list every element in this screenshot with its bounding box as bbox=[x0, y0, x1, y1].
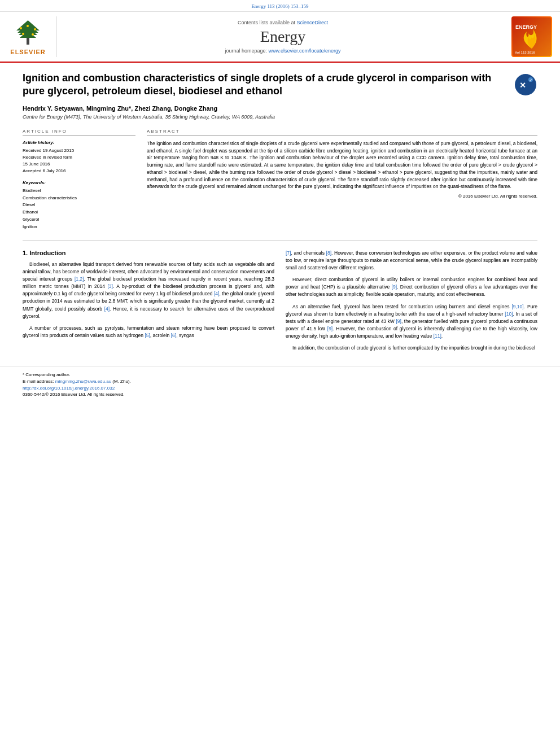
copyright-line: © 2016 Elsevier Ltd. All rights reserved… bbox=[147, 194, 537, 199]
elsevier-logo-container: ELSEVIER bbox=[10, 18, 46, 55]
svg-text:✕: ✕ bbox=[519, 81, 526, 90]
journal-ref-text: Energy 113 (2016) 153–159 bbox=[251, 3, 308, 9]
crossmark-badge: ✕ ✓ bbox=[515, 74, 537, 97]
crossmark-icon: ✕ ✓ bbox=[515, 74, 536, 95]
abstract-header: ABSTRACT bbox=[147, 129, 537, 136]
ref-4b-link[interactable]: [4] bbox=[104, 306, 110, 312]
ref-6-link[interactable]: [6] bbox=[171, 333, 176, 338]
energy-logo-icon: ENERGY Vol 113 2016 bbox=[513, 18, 551, 56]
doi-link[interactable]: http://dx.doi.org/10.1016/j.energy.2016.… bbox=[23, 386, 537, 391]
keyword-combustion: Combustion characteristics bbox=[23, 195, 135, 202]
sciencedirect-link[interactable]: ScienceDirect bbox=[297, 20, 329, 25]
elsevier-logo-section: ELSEVIER bbox=[6, 16, 56, 57]
contents-available-line: Contents lists available at ScienceDirec… bbox=[62, 20, 504, 25]
svg-rect-0 bbox=[27, 38, 29, 45]
paper-title-section: Ignition and combustion characteristics … bbox=[23, 72, 537, 98]
homepage-url[interactable]: www.elsevier.com/locate/energy bbox=[269, 48, 341, 54]
introduction-title: 1. Introduction bbox=[23, 250, 274, 256]
ref-11-link[interactable]: [11] bbox=[434, 333, 441, 339]
svg-point-6 bbox=[34, 28, 36, 30]
elsevier-brand-text: ELSEVIER bbox=[10, 49, 45, 55]
energy-logo-box: ENERGY Vol 113 2016 bbox=[509, 16, 554, 57]
accepted-date: Accepted 6 July 2016 bbox=[23, 168, 135, 174]
footer-section: * Corresponding author. E-mail address: … bbox=[0, 366, 560, 401]
intro-para-right-1: [7], and chemicals [8]. However, these c… bbox=[286, 250, 537, 272]
ref-9-link[interactable]: [9] bbox=[392, 284, 397, 290]
abstract-text: The ignition and combustion characterist… bbox=[147, 140, 537, 190]
homepage-line: journal homepage: www.elsevier.com/locat… bbox=[62, 48, 504, 54]
paper-content: Ignition and combustion characteristics … bbox=[0, 63, 560, 366]
ref-5-link[interactable]: [5] bbox=[145, 333, 150, 338]
ref-9b-link[interactable]: [9] bbox=[396, 318, 401, 324]
article-info-header: ARTICLE INFO bbox=[23, 129, 135, 136]
svg-point-8 bbox=[32, 33, 34, 36]
abstract-column: ABSTRACT The ignition and combustion cha… bbox=[147, 129, 537, 231]
svg-point-9 bbox=[27, 25, 29, 27]
paper-title: Ignition and combustion characteristics … bbox=[23, 72, 509, 98]
homepage-url-text: www.elsevier.com/locate/energy bbox=[269, 48, 341, 54]
ref-1-2-link[interactable]: [1,2] bbox=[75, 276, 84, 282]
ref-10-link[interactable]: [10] bbox=[505, 311, 513, 317]
journal-title: Energy bbox=[62, 28, 504, 46]
keyword-biodiesel: Biodiesel bbox=[23, 187, 135, 195]
ref-4a-link[interactable]: [4] bbox=[214, 291, 219, 296]
homepage-label: journal homepage: bbox=[225, 48, 267, 54]
elsevier-tree-icon bbox=[10, 18, 46, 46]
intro-para-right-3: As an alternative fuel, glycerol has bee… bbox=[286, 303, 537, 340]
ref-9c-link[interactable]: [9] bbox=[327, 326, 333, 331]
keywords-section: Keywords: Biodiesel Combustion character… bbox=[23, 180, 135, 231]
authors-line: Hendrix Y. Setyawan, Mingming Zhu*, Zhez… bbox=[23, 105, 537, 112]
svg-point-5 bbox=[20, 27, 22, 29]
section-title-text: Introduction bbox=[29, 250, 65, 256]
author-email: mingming.zhu@uwa.edu.au bbox=[55, 379, 111, 384]
content-divider bbox=[23, 240, 537, 241]
ref-3-link[interactable]: [3] bbox=[107, 283, 112, 289]
intro-right-column: [7], and chemicals [8]. However, these c… bbox=[286, 250, 537, 357]
email-suffix: (M. Zhu). bbox=[112, 379, 130, 384]
journal-center-info: Contents lists available at ScienceDirec… bbox=[62, 16, 504, 57]
received-date: Received 19 August 2015 bbox=[23, 147, 135, 154]
contents-text: Contents lists available at bbox=[238, 20, 295, 25]
svg-text:✓: ✓ bbox=[529, 78, 532, 82]
doi-text: http://dx.doi.org/10.1016/j.energy.2016.… bbox=[23, 386, 115, 391]
email-note: E-mail address: mingming.zhu@uwa.edu.au … bbox=[23, 379, 537, 384]
author-email-link[interactable]: mingming.zhu@uwa.edu.au bbox=[55, 379, 113, 384]
corresponding-note-text: * Corresponding author. bbox=[23, 372, 71, 377]
keyword-ignition: Ignition bbox=[23, 224, 135, 231]
keyword-glycerol: Glycerol bbox=[23, 216, 135, 224]
intro-para-right-2: However, direct combustion of glycerol i… bbox=[286, 276, 537, 299]
svg-point-7 bbox=[22, 33, 24, 35]
energy-journal-logo: ENERGY Vol 113 2016 bbox=[511, 16, 552, 57]
affiliation-line: Centre for Energy (M473), The University… bbox=[23, 114, 537, 120]
introduction-section: 1. Introduction Biodiesel, an alternativ… bbox=[23, 250, 537, 357]
doi-anchor[interactable]: http://dx.doi.org/10.1016/j.energy.2016.… bbox=[23, 386, 115, 391]
keyword-ethanol: Ethanol bbox=[23, 209, 135, 216]
sciencedirect-label: ScienceDirect bbox=[297, 20, 329, 25]
keyword-diesel: Diesel bbox=[23, 202, 135, 209]
history-label: Article history: bbox=[23, 140, 135, 145]
intro-left-column: 1. Introduction Biodiesel, an alternativ… bbox=[23, 250, 274, 357]
section-number: 1. bbox=[23, 250, 28, 256]
keywords-label: Keywords: bbox=[23, 180, 135, 185]
corresponding-author-note: * Corresponding author. bbox=[23, 372, 537, 377]
intro-para-2: A number of processes, such as pyrolysis… bbox=[23, 325, 274, 339]
svg-text:ENERGY: ENERGY bbox=[515, 24, 537, 30]
revised-date: 15 June 2016 bbox=[23, 161, 135, 168]
crossmark-svg: ✕ ✓ bbox=[515, 75, 536, 95]
svg-text:Vol 113 2016: Vol 113 2016 bbox=[515, 51, 535, 54]
article-info-abstract-section: ARTICLE INFO Article history: Received 1… bbox=[23, 129, 537, 231]
journal-header: ELSEVIER Contents lists available at Sci… bbox=[0, 12, 560, 63]
article-info-column: ARTICLE INFO Article history: Received 1… bbox=[23, 129, 135, 231]
email-label: E-mail address: bbox=[23, 379, 54, 384]
intro-para-right-4: In addition, the combustion of crude gly… bbox=[286, 344, 537, 352]
intro-para-1: Biodiesel, an alternative liquid transpo… bbox=[23, 261, 274, 320]
ref-8-link[interactable]: [8] bbox=[326, 250, 331, 256]
ref-7-link[interactable]: [7] bbox=[286, 250, 291, 256]
journal-reference: Energy 113 (2016) 153–159 bbox=[0, 0, 560, 12]
revised-label: Received in revised form bbox=[23, 154, 135, 161]
ref-9-10-link[interactable]: [9,10] bbox=[511, 304, 523, 309]
issn-line: 0360-5442/© 2016 Elsevier Ltd. All right… bbox=[23, 392, 537, 397]
